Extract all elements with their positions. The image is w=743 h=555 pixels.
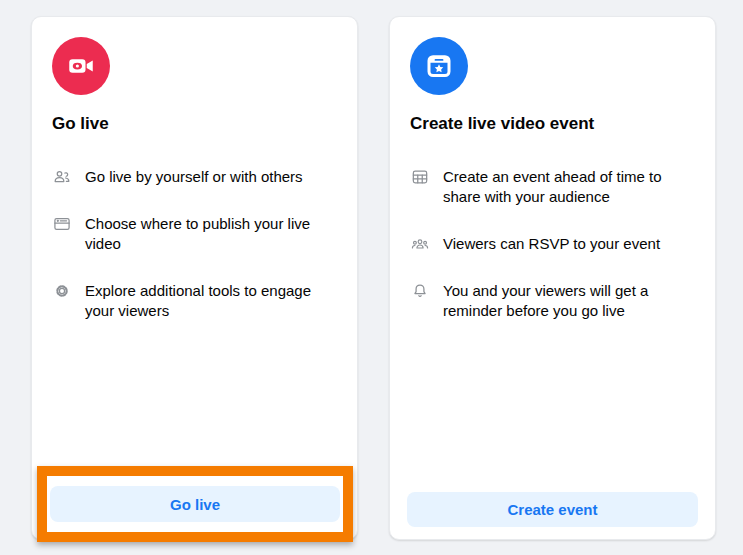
feature-text: Explore additional tools to engage your … — [85, 281, 337, 321]
card-title: Go live — [52, 113, 337, 134]
calendar-star-icon — [410, 37, 468, 95]
feature-list: Create an event ahead of time to share w… — [410, 167, 695, 321]
feature-item: Create an event ahead of time to share w… — [410, 167, 695, 207]
card-footer: Create event — [407, 492, 698, 527]
feature-text: Viewers can RSVP to your event — [443, 234, 660, 254]
calendar-grid-icon — [410, 167, 430, 187]
feature-item: Explore additional tools to engage your … — [52, 281, 337, 321]
feature-item: Go live by yourself or with others — [52, 167, 337, 187]
two-people-icon — [52, 167, 72, 187]
go-live-card: Go live Go live by yourself or with othe… — [31, 16, 358, 540]
feature-item: You and your viewers will get a reminder… — [410, 281, 695, 321]
feature-text: You and your viewers will get a reminder… — [443, 281, 695, 321]
feature-text: Go live by yourself or with others — [85, 167, 303, 187]
publish-window-icon — [52, 214, 72, 234]
feature-list: Go live by yourself or with others Choos… — [52, 167, 337, 321]
create-event-button[interactable]: Create event — [407, 492, 698, 527]
bell-icon — [410, 281, 430, 301]
create-event-card: Create live video event Create an event … — [389, 16, 716, 540]
gear-icon — [52, 281, 72, 301]
feature-text: Choose where to publish your live video — [85, 214, 337, 254]
highlight-annotation: Go live — [37, 466, 353, 542]
live-video-camera-icon — [52, 37, 110, 95]
go-live-button[interactable]: Go live — [50, 486, 340, 522]
feature-item: Choose where to publish your live video — [52, 214, 337, 254]
card-title: Create live video event — [410, 113, 695, 134]
feature-text: Create an event ahead of time to share w… — [443, 167, 695, 207]
feature-item: Viewers can RSVP to your event — [410, 234, 695, 254]
live-options-panel: Go live Go live by yourself or with othe… — [0, 0, 743, 555]
group-people-icon — [410, 234, 430, 254]
